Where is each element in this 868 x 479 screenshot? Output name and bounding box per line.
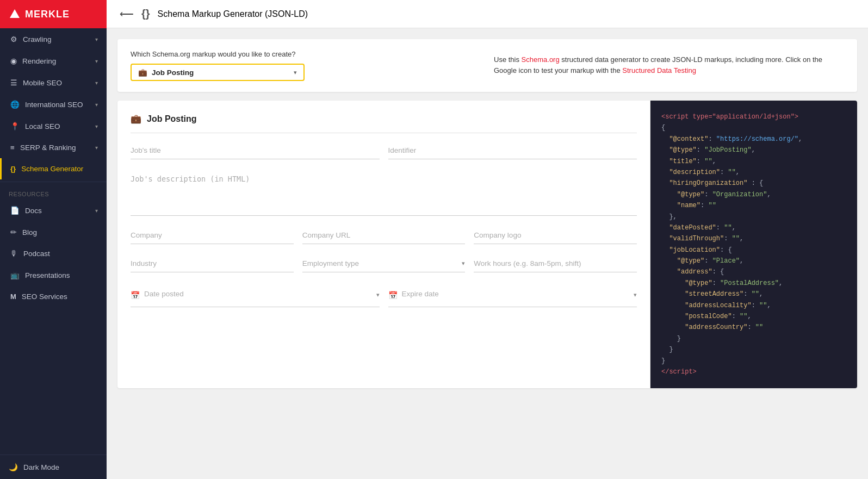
sidebar-item-label: Docs [25,207,42,215]
sidebar-item-label: SERP & Ranking [20,144,76,152]
sidebar-nav-item-presentations[interactable]: 📺 Presentations [0,264,107,286]
section-title-label: Job Posting [147,114,197,124]
jobs-title-field [131,144,380,159]
briefcase-icon: 💼 [138,68,147,77]
seo-icon: M [10,293,16,301]
chevron-down-icon: ▾ [95,102,98,108]
jobs-title-input[interactable] [131,144,380,159]
industry-input[interactable] [131,257,294,272]
sidebar-nav-item-serp-ranking[interactable]: ≡ SERP & Ranking ▾ [0,137,107,158]
form-row-industry: Full-time Part-time Contractor Temporary… [131,257,637,272]
json-locality: "addressLocality": "", [661,300,846,311]
date-posted-field: 📅 ▾ [131,285,380,307]
sidebar-nav-item-schema-generator[interactable]: {} Schema Generator [0,158,107,179]
top-info-row: Which Schema.org markup would you like t… [131,50,844,81]
schema-type-dropdown[interactable]: 💼 Job Posting ▾ [131,64,305,81]
sidebar-nav-item-docs[interactable]: 📄 Docs ▾ [0,200,107,221]
sidebar-item-label: Local SEO [25,122,60,130]
merkle-logo-icon [9,8,21,20]
json-country: "addressCountry": "" [661,322,846,333]
eye-icon: ◉ [10,57,17,65]
json-org-type: "@type": "Organization", [661,189,846,200]
json-description: "description": "", [661,167,846,178]
braces-icon: {} [141,8,150,20]
expire-date-field: 📅 ▾ [388,285,637,307]
json-script-open: <script type="application/ld+json"> [661,111,846,122]
jobs-description-input[interactable] [131,172,637,216]
mic-icon: 🎙 [10,250,18,258]
employment-type-placeholder-text: Employment type [302,259,462,268]
expire-date-wrapper: 📅 ▾ [388,285,637,307]
work-hours-input[interactable] [474,257,637,272]
info-text: Use this Schema.org structured data gene… [494,55,822,74]
sidebar-item-label: Mobile SEO [23,79,62,87]
list-icon: ≡ [10,144,15,152]
sidebar-nav-item-blog[interactable]: ✏ Blog [0,221,107,243]
phone-icon: ☰ [10,78,17,87]
json-title: "title": "", [661,156,846,167]
docs-icon: 📄 [10,206,20,215]
company-input[interactable] [131,229,294,244]
form-section-title: 💼 Job Posting [131,114,637,133]
form-row-title [131,144,637,159]
json-postal-code: "postalCode": "", [661,311,846,322]
json-valid-through: "validThrough": "", [661,233,846,244]
sidebar-nav-item-mobile-seo[interactable]: ☰ Mobile SEO ▾ [0,72,107,94]
schema-org-link[interactable]: Schema.org [522,55,560,64]
json-address: "address": { [661,266,846,277]
employment-type-arrow-icon: ▾ [462,260,465,267]
sidebar-item-label: International SEO [25,101,83,109]
sidebar-nav-item-seo-services[interactable]: M SEO Services [0,286,107,307]
json-script-close: </script> [661,366,846,377]
form-row-dates: 📅 ▾ 📅 ▾ [131,285,637,307]
chevron-down-icon: ▾ [95,36,98,42]
json-place-type: "@type": "Place", [661,256,846,266]
company-logo-field [474,229,637,244]
chevron-down-icon: ▾ [95,145,98,151]
page-title: Schema Markup Generator (JSON-LD) [158,9,308,19]
company-url-input[interactable] [302,229,466,244]
sidebar-nav-item-podcast[interactable]: 🎙 Podcast [0,243,107,264]
pin-icon: 📍 [10,122,20,130]
sidebar-item-label: Crawling [23,35,52,43]
date-posted-wrapper: 📅 ▾ [131,285,380,307]
sidebar-nav-item-international-seo[interactable]: 🌐 International SEO ▾ [0,94,107,115]
company-url-field [302,229,466,244]
employment-type-wrapper: Full-time Part-time Contractor Temporary… [302,257,466,272]
svg-marker-0 [10,9,20,18]
date-posted-input[interactable] [144,288,372,302]
info-column: Use this Schema.org structured data gene… [494,50,844,81]
form-card: 💼 Job Posting [117,101,857,388]
sidebar-nav-item-dark-mode[interactable]: 🌙 Dark Mode [0,455,107,479]
present-icon: 📺 [10,271,20,279]
sidebar-item-label: Blog [22,228,37,237]
back-button[interactable]: ⟵ [120,8,134,20]
form-row-company [131,229,637,244]
blog-icon: ✏ [10,228,17,237]
json-output-panel: <script type="application/ld+json"> { "@… [650,101,857,388]
sidebar-divider [0,182,107,182]
sidebar-nav-item-local-seo[interactable]: 📍 Local SEO ▾ [0,115,107,137]
employment-type-field: Full-time Part-time Contractor Temporary… [302,257,466,272]
json-address-close: } [661,333,846,344]
json-date-posted: "datePosted": "", [661,222,846,233]
sidebar-item-label: Schema Generator [21,165,83,173]
chevron-down-icon: ▾ [95,208,98,214]
sidebar-logo: MERKLE [0,0,107,28]
company-logo-input[interactable] [474,229,637,244]
identifier-input[interactable] [388,144,637,159]
date-posted-arrow-icon: ▾ [376,291,380,298]
sidebar-nav-item-crawling[interactable]: ⚙ Crawling ▾ [0,28,107,50]
structured-data-link[interactable]: Structured Data Testing [622,66,696,74]
chevron-down-icon: ▾ [95,58,98,64]
work-hours-field [474,257,637,272]
content-area: Which Schema.org markup would you like t… [107,28,868,479]
json-org-name: "name": "" [661,200,846,211]
sidebar-nav-item-rendering[interactable]: ◉ Rendering ▾ [0,50,107,72]
info-part1: Use this [494,55,522,64]
job-posting-form: 💼 Job Posting [117,101,650,388]
selected-schema-label: Job Posting [152,69,194,77]
calendar-icon: 📅 [131,291,140,300]
json-context: "@context": "https://schema.org/", [661,134,846,145]
expire-date-input[interactable] [402,288,630,302]
